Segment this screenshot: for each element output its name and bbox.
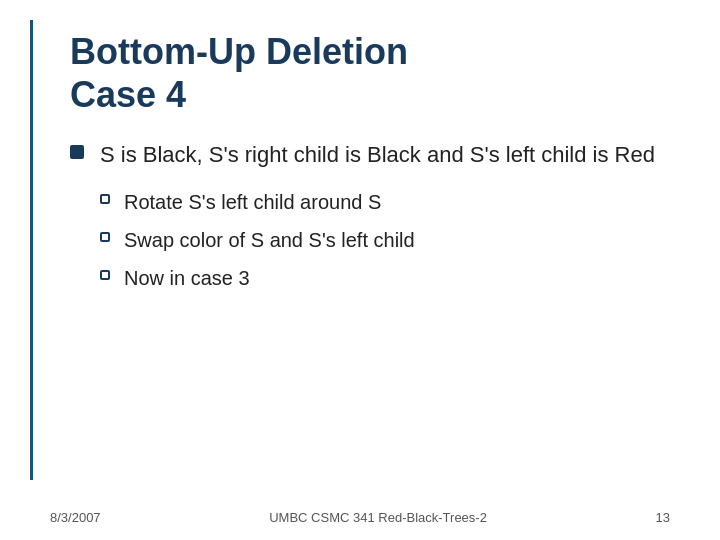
- list-item: Rotate S's left child around S: [100, 188, 670, 216]
- slide-footer: 8/3/2007 UMBC CSMC 341 Red-Black-Trees-2…: [0, 510, 720, 525]
- sub-bullet-icon: [100, 270, 110, 280]
- list-item: Swap color of S and S's left child: [100, 226, 670, 254]
- slide-title: Bottom-Up Deletion Case 4: [50, 30, 670, 116]
- title-line1: Bottom-Up Deletion: [70, 31, 408, 72]
- title-line2: Case 4: [70, 74, 186, 115]
- sub-bullet-icon: [100, 194, 110, 204]
- main-bullet-icon: [70, 145, 84, 159]
- sub-bullet-text-3: Now in case 3: [124, 264, 250, 292]
- main-bullet-text: S is Black, S's right child is Black and…: [100, 140, 655, 170]
- slide: Bottom-Up Deletion Case 4 S is Black, S'…: [0, 0, 720, 540]
- sub-bullet-icon: [100, 232, 110, 242]
- sub-bullet-text-1: Rotate S's left child around S: [124, 188, 381, 216]
- main-bullet: S is Black, S's right child is Black and…: [70, 140, 670, 170]
- footer-title: UMBC CSMC 341 Red-Black-Trees-2: [101, 510, 656, 525]
- left-border-decoration: [30, 20, 33, 480]
- footer-page-number: 13: [656, 510, 670, 525]
- slide-content: S is Black, S's right child is Black and…: [50, 140, 670, 292]
- list-item: Now in case 3: [100, 264, 670, 292]
- sub-bullet-text-2: Swap color of S and S's left child: [124, 226, 415, 254]
- sub-bullets-list: Rotate S's left child around S Swap colo…: [100, 188, 670, 292]
- footer-date: 8/3/2007: [50, 510, 101, 525]
